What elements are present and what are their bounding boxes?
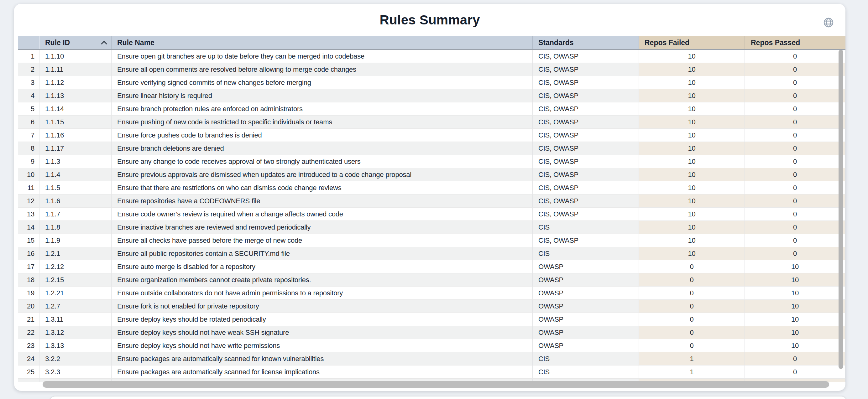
cell-standards: CIS, OWASP bbox=[533, 76, 639, 89]
next-card-partial bbox=[50, 397, 847, 399]
cell-standards: OWASP bbox=[533, 326, 639, 339]
table-row[interactable]: 121.1.6Ensure repositories have a CODEOW… bbox=[18, 195, 845, 208]
table-row[interactable]: 171.2.12Ensure auto merge is disabled fo… bbox=[18, 260, 845, 273]
table-body: 11.1.10Ensure open git branches are up t… bbox=[18, 50, 845, 382]
cell-standards: CIS bbox=[533, 247, 639, 260]
cell-index: 16 bbox=[18, 247, 39, 260]
cell-repos-failed: 10 bbox=[639, 115, 745, 128]
table-row[interactable]: 211.3.11Ensure deploy keys should be rot… bbox=[18, 313, 845, 326]
cell-standards: CIS, OWASP bbox=[533, 129, 639, 141]
cell-repos-failed: 10 bbox=[639, 168, 745, 181]
table-row[interactable]: 181.2.15Ensure organization members cann… bbox=[18, 273, 845, 287]
table-row[interactable]: 101.1.4Ensure previous approvals are dis… bbox=[18, 168, 845, 181]
table-row[interactable]: 61.1.15Ensure pushing of new code is res… bbox=[18, 115, 845, 129]
sort-ascending-icon bbox=[101, 41, 107, 47]
cell-standards: CIS, OWASP bbox=[533, 155, 639, 168]
table-row[interactable]: 71.1.16Ensure force pushes code to branc… bbox=[18, 129, 845, 142]
table-row[interactable]: 21.1.11Ensure all open comments are reso… bbox=[18, 63, 845, 76]
cell-rule-name: Ensure that there are restrictions on wh… bbox=[112, 181, 533, 194]
cell-rule-id: 1.2.15 bbox=[39, 273, 112, 286]
table-row[interactable]: 201.2.7Ensure fork is not enabled for pr… bbox=[18, 300, 845, 313]
cell-standards: OWASP bbox=[533, 260, 639, 273]
cell-repos-passed: 0 bbox=[745, 352, 845, 365]
table-row[interactable]: 11.1.10Ensure open git branches are up t… bbox=[18, 50, 845, 63]
cell-repos-passed: 0 bbox=[745, 115, 845, 128]
cell-rule-name: Ensure branch protection rules are enfor… bbox=[112, 102, 533, 115]
table-row[interactable]: 253.2.3Ensure packages are automatically… bbox=[18, 365, 845, 379]
cell-standards: OWASP bbox=[533, 339, 639, 352]
cell-index: 5 bbox=[18, 102, 39, 115]
table-row[interactable]: 243.2.2Ensure packages are automatically… bbox=[18, 352, 845, 365]
cell-repos-failed: 10 bbox=[639, 129, 745, 141]
column-header-rule-name[interactable]: Rule Name bbox=[112, 36, 533, 49]
cell-repos-failed: 10 bbox=[639, 208, 745, 221]
cell-rule-name: Ensure linear history is required bbox=[112, 89, 533, 102]
table-row[interactable]: 31.1.12Ensure verifying signed commits o… bbox=[18, 76, 845, 89]
cell-rule-name: Ensure deploy keys should be rotated per… bbox=[112, 313, 533, 326]
column-header-standards[interactable]: Standards bbox=[533, 36, 639, 49]
cell-rule-id: 1.1.5 bbox=[39, 181, 112, 194]
cell-index: 12 bbox=[18, 195, 39, 207]
cell-rule-id: 1.1.4 bbox=[39, 168, 112, 181]
table-row[interactable]: 91.1.3Ensure any change to code receives… bbox=[18, 155, 845, 168]
column-header-rule-id[interactable]: Rule ID bbox=[39, 36, 112, 49]
cell-repos-failed: 10 bbox=[639, 63, 745, 76]
cell-repos-passed: 10 bbox=[745, 339, 845, 352]
cell-index: 13 bbox=[18, 208, 39, 221]
table-row[interactable]: 131.1.7Ensure code owner’s review is req… bbox=[18, 208, 845, 221]
cell-index: 10 bbox=[18, 168, 39, 181]
cell-index: 3 bbox=[18, 76, 39, 89]
cell-standards: CIS, OWASP bbox=[533, 115, 639, 128]
cell-standards: CIS, OWASP bbox=[533, 63, 639, 76]
cell-repos-passed: 0 bbox=[745, 102, 845, 115]
column-header-repos-passed[interactable]: Repos Passed bbox=[745, 36, 845, 49]
table-row[interactable]: 191.2.21Ensure outside collaborators do … bbox=[18, 287, 845, 300]
cell-repos-passed: 0 bbox=[745, 195, 845, 207]
table-row[interactable]: 141.1.8Ensure inactive branches are revi… bbox=[18, 221, 845, 234]
cell-rule-name: Ensure all public repositories contain a… bbox=[112, 247, 533, 260]
cell-repos-failed: 1 bbox=[639, 352, 745, 365]
table-header-row: Rule ID Rule Name Standards Repos Failed… bbox=[18, 36, 845, 50]
cell-standards: CIS, OWASP bbox=[533, 195, 639, 207]
table-row[interactable]: 221.3.12Ensure deploy keys should not ha… bbox=[18, 326, 845, 339]
cell-rule-id: 1.1.8 bbox=[39, 221, 112, 234]
cell-index: 24 bbox=[18, 352, 39, 365]
column-header-label: Rule Name bbox=[117, 38, 154, 47]
table-row[interactable]: 41.1.13Ensure linear history is required… bbox=[18, 89, 845, 102]
cell-rule-id: 1.3.13 bbox=[39, 339, 112, 352]
cell-repos-passed: 0 bbox=[745, 155, 845, 168]
cell-rule-id: 1.1.15 bbox=[39, 115, 112, 128]
cell-index: 11 bbox=[18, 181, 39, 194]
cell-rule-name: Ensure open git branches are up to date … bbox=[112, 50, 533, 63]
cell-standards: CIS, OWASP bbox=[533, 89, 639, 102]
horizontal-scrollbar[interactable] bbox=[42, 381, 829, 388]
cell-rule-name: Ensure all open comments are resolved be… bbox=[112, 63, 533, 76]
table-row[interactable]: 161.2.1Ensure all public repositories co… bbox=[18, 247, 845, 260]
cell-index: 15 bbox=[18, 234, 39, 247]
rules-table: Rule ID Rule Name Standards Repos Failed… bbox=[18, 36, 845, 382]
table-row[interactable]: 51.1.14Ensure branch protection rules ar… bbox=[18, 102, 845, 115]
vertical-scrollbar[interactable] bbox=[839, 50, 843, 369]
column-header-repos-failed[interactable]: Repos Failed bbox=[639, 36, 745, 49]
cell-standards: CIS, OWASP bbox=[533, 50, 639, 63]
cell-repos-passed: 0 bbox=[745, 181, 845, 194]
cell-repos-passed: 0 bbox=[745, 247, 845, 260]
cell-rule-name: Ensure inactive branches are reviewed an… bbox=[112, 221, 533, 234]
column-header-label: Repos Failed bbox=[645, 38, 689, 47]
cell-rule-name: Ensure packages are automatically scanne… bbox=[112, 352, 533, 365]
cell-standards: CIS, OWASP bbox=[533, 234, 639, 247]
globe-icon[interactable] bbox=[823, 17, 834, 28]
cell-standards: CIS bbox=[533, 365, 639, 378]
cell-rule-name: Ensure verifying signed commits of new c… bbox=[112, 76, 533, 89]
cell-rule-name: Ensure fork is not enabled for private r… bbox=[112, 300, 533, 312]
cell-repos-failed: 0 bbox=[639, 339, 745, 352]
cell-rule-name: Ensure branch deletions are denied bbox=[112, 142, 533, 155]
cell-index bbox=[18, 379, 39, 382]
table-row[interactable]: 111.1.5Ensure that there are restriction… bbox=[18, 181, 845, 195]
table-row[interactable]: 231.3.13Ensure deploy keys should not ha… bbox=[18, 339, 845, 352]
cell-index: 19 bbox=[18, 287, 39, 299]
table-row[interactable]: 151.1.9Ensure all checks have passed bef… bbox=[18, 234, 845, 247]
table-row[interactable]: 81.1.17Ensure branch deletions are denie… bbox=[18, 142, 845, 155]
cell-rule-name: Ensure organization members cannot creat… bbox=[112, 273, 533, 286]
cell-standards: CIS, OWASP bbox=[533, 208, 639, 221]
